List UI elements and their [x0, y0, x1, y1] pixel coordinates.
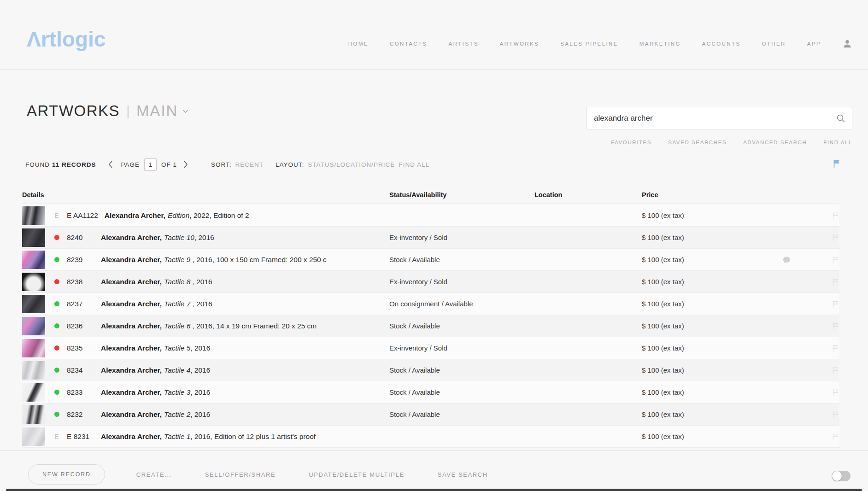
artwork-thumbnail[interactable]	[22, 361, 45, 380]
nav-item-accounts[interactable]: ACCOUNTS	[702, 41, 741, 47]
artlogic-logo[interactable]: Λrtlogic	[27, 27, 106, 52]
flag-icon[interactable]	[831, 256, 839, 264]
nav-item-contacts[interactable]: CONTACTS	[390, 41, 428, 47]
artwork-thumbnail[interactable]	[22, 295, 45, 313]
comment-icon[interactable]	[782, 256, 791, 264]
artwork-thumbnail[interactable]	[22, 206, 45, 225]
artist-name: Alexandra Archer,	[101, 256, 162, 263]
search-icon[interactable]	[836, 114, 845, 123]
artwork-thumbnail[interactable]	[22, 317, 45, 335]
artwork-details: 8240Alexandra Archer,Tactile 10, 2016	[67, 227, 386, 249]
artwork-number: 8236	[67, 315, 94, 337]
update-delete-multiple-button[interactable]: UPDATE/DELETE MULTIPLE	[309, 471, 404, 478]
status-dot	[54, 368, 59, 373]
status-dot	[54, 257, 59, 262]
find-all-button[interactable]: FIND ALL	[399, 161, 429, 168]
status-availability: Ex-inventory / Sold	[389, 337, 447, 359]
link-find-all[interactable]: FIND ALL	[823, 140, 852, 145]
nav-item-home[interactable]: HOME	[348, 41, 369, 47]
artwork-thumbnail[interactable]	[22, 383, 45, 402]
table-row[interactable]: 8240Alexandra Archer,Tactile 10, 2016 Ex…	[22, 227, 839, 249]
artwork-number: 8239	[67, 249, 94, 271]
row-indicator	[51, 337, 63, 359]
artwork-thumbnail[interactable]	[22, 339, 45, 357]
nav-item-marketing[interactable]: MARKETING	[639, 41, 681, 47]
nav-item-artworks[interactable]: ARTWORKS	[500, 41, 539, 47]
flag-icon[interactable]	[831, 388, 839, 397]
found-records-label: FOUND	[25, 161, 50, 168]
artwork-title: Tactile 8	[164, 278, 192, 286]
artwork-meta: , 2016	[190, 344, 210, 352]
sort-value[interactable]: RECENT	[235, 161, 264, 168]
table-row[interactable]: E E 8231Alexandra Archer,Tactile 1, 2016…	[22, 426, 839, 448]
table-row[interactable]: 8235Alexandra Archer,Tactile 5, 2016 Ex-…	[22, 337, 839, 359]
artwork-details: E 8231Alexandra Archer,Tactile 1, 2016, …	[67, 426, 386, 448]
artwork-thumbnail[interactable]	[22, 228, 45, 247]
table-row[interactable]: 8238Alexandra Archer,Tactile 8 , 2016 Ex…	[22, 271, 839, 293]
price: $ 100 (ex tax)	[642, 337, 684, 359]
artist-name: Alexandra Archer,	[101, 322, 162, 330]
chevron-right-icon[interactable]	[182, 159, 190, 170]
flag-icon[interactable]	[831, 300, 839, 308]
table-row[interactable]: 8237Alexandra Archer,Tactile 7 , 2016 On…	[22, 293, 839, 315]
artwork-meta: , 2016, Edition of 12 plus 1 artist's pr…	[190, 433, 316, 440]
nav-item-other[interactable]: OTHER	[762, 41, 786, 47]
page-number-input[interactable]	[144, 158, 157, 171]
nav-item-sales-pipeline[interactable]: SALES PIPELINE	[560, 41, 618, 47]
nav-item-artists[interactable]: ARTISTS	[449, 41, 479, 47]
artwork-meta: , 2016	[190, 366, 210, 374]
artwork-title: Tactile 1	[164, 433, 190, 440]
title-separator: |	[126, 103, 130, 119]
status-availability: Stock / Available	[389, 381, 440, 403]
chevron-down-icon[interactable]	[182, 109, 188, 113]
artwork-title: Edition	[168, 211, 189, 219]
search-input[interactable]	[586, 114, 836, 123]
artwork-thumbnail[interactable]	[22, 405, 45, 424]
artwork-meta: , 2016	[190, 410, 210, 418]
row-indicator: E	[51, 426, 63, 447]
chevron-left-icon[interactable]	[106, 159, 115, 170]
sell-offer-share-button[interactable]: SELL/OFFER/SHARE	[205, 471, 276, 478]
artwork-number: 8235	[67, 337, 94, 359]
artwork-number: E 8231	[67, 426, 94, 448]
flag-icon[interactable]	[831, 278, 839, 286]
artwork-title: Tactile 6	[164, 322, 192, 330]
flag-icon[interactable]	[831, 344, 839, 352]
table-row[interactable]: 8236Alexandra Archer,Tactile 6 , 2016, 1…	[22, 315, 839, 337]
table-row[interactable]: E E AA1122Alexandra Archer,Edition, 2022…	[22, 205, 839, 227]
nav-item-app[interactable]: APP	[807, 41, 821, 47]
flag-filter-icon[interactable]	[832, 158, 842, 169]
table-row[interactable]: 8234Alexandra Archer,Tactile 4, 2016 Sto…	[22, 359, 839, 381]
table-row[interactable]: 8233Alexandra Archer,Tactile 3, 2016 Sto…	[22, 381, 839, 403]
link-saved-searches[interactable]: SAVED SEARCHES	[668, 140, 727, 145]
user-account-icon[interactable]	[842, 39, 852, 49]
col-header-location: Location	[534, 191, 562, 199]
save-search-button[interactable]: SAVE SEARCH	[438, 471, 488, 478]
flag-icon[interactable]	[831, 433, 839, 441]
price: $ 100 (ex tax)	[642, 315, 684, 337]
layout-value[interactable]: STATUS/LOCATION/PRICE	[308, 161, 395, 168]
page-title: ARTWORKS | MAIN	[27, 102, 188, 120]
price: $ 100 (ex tax)	[642, 293, 684, 315]
artwork-details: 8236Alexandra Archer,Tactile 6 , 2016, 1…	[67, 315, 386, 337]
artist-name: Alexandra Archer,	[101, 366, 162, 374]
link-favourites[interactable]: FAVOURITES	[611, 140, 651, 145]
status-availability: Stock / Available	[389, 249, 440, 271]
table-row[interactable]: 8239Alexandra Archer,Tactile 9 , 2016, 1…	[22, 249, 839, 271]
flag-icon[interactable]	[831, 366, 839, 374]
flag-icon[interactable]	[831, 211, 839, 220]
flag-icon[interactable]	[831, 322, 839, 330]
status-availability: Ex-inventory / Sold	[389, 227, 447, 249]
artwork-meta: , 2016, 14 x 19 cm Framed: 20 x 25 cm	[193, 322, 317, 330]
new-record-button[interactable]: NEW RECORD	[28, 464, 105, 485]
artwork-thumbnail[interactable]	[22, 273, 45, 291]
link-advanced-search[interactable]: ADVANCED SEARCH	[743, 140, 807, 145]
create-button[interactable]: CREATE...	[136, 471, 172, 478]
table-row[interactable]: 8232Alexandra Archer,Tactile 2, 2016 Sto…	[22, 403, 839, 426]
artwork-thumbnail[interactable]	[22, 427, 45, 446]
view-selector[interactable]: MAIN	[136, 102, 178, 120]
flag-icon[interactable]	[831, 410, 839, 419]
view-toggle[interactable]	[832, 471, 850, 481]
flag-icon[interactable]	[831, 234, 839, 242]
artwork-thumbnail[interactable]	[22, 251, 45, 269]
